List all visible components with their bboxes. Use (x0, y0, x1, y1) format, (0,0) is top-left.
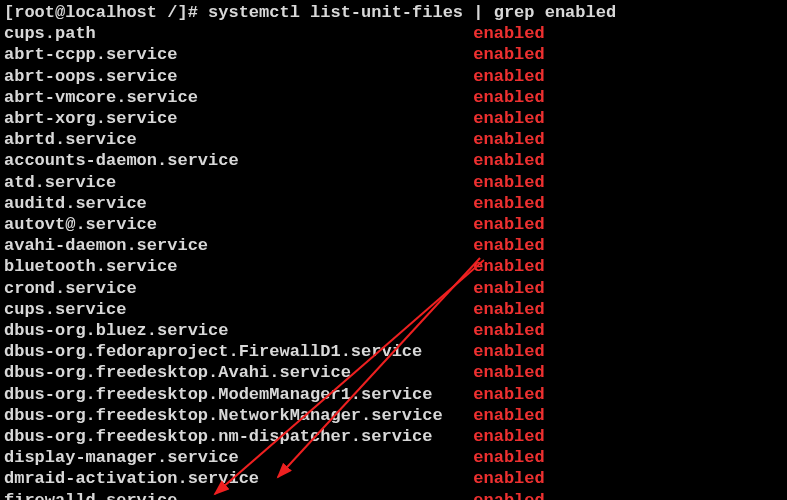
unit-name: abrt-vmcore.service (4, 87, 473, 108)
unit-row: bluetooth.service enabled (4, 256, 783, 277)
unit-name: dbus-org.freedesktop.Avahi.service (4, 362, 473, 383)
unit-name: accounts-daemon.service (4, 150, 473, 171)
unit-name: cups.path (4, 23, 473, 44)
unit-row: crond.service enabled (4, 278, 783, 299)
unit-state: enabled (473, 44, 544, 65)
unit-state: enabled (473, 66, 544, 87)
unit-row: dbus-org.freedesktop.nm-dispatcher.servi… (4, 426, 783, 447)
unit-row: cups.path enabled (4, 23, 783, 44)
unit-row: dbus-org.freedesktop.NetworkManager.serv… (4, 405, 783, 426)
unit-state: enabled (473, 405, 544, 426)
unit-row: dmraid-activation.service enabled (4, 468, 783, 489)
unit-state: enabled (473, 299, 544, 320)
shell-prompt: [root@localhost /]# systemctl list-unit-… (4, 2, 783, 23)
unit-name: dbus-org.freedesktop.NetworkManager.serv… (4, 405, 473, 426)
unit-name: dbus-org.freedesktop.ModemManager1.servi… (4, 384, 473, 405)
unit-state: enabled (473, 320, 544, 341)
unit-state: enabled (473, 490, 544, 500)
unit-name: dbus-org.freedesktop.nm-dispatcher.servi… (4, 426, 473, 447)
unit-state: enabled (473, 256, 544, 277)
unit-name: autovt@.service (4, 214, 473, 235)
unit-state: enabled (473, 426, 544, 447)
unit-row: autovt@.service enabled (4, 214, 783, 235)
unit-state: enabled (473, 150, 544, 171)
unit-state: enabled (473, 129, 544, 150)
unit-row: abrt-xorg.service enabled (4, 108, 783, 129)
unit-row: abrtd.service enabled (4, 129, 783, 150)
unit-name: bluetooth.service (4, 256, 473, 277)
unit-state: enabled (473, 214, 544, 235)
unit-name: dmraid-activation.service (4, 468, 473, 489)
unit-name: dbus-org.bluez.service (4, 320, 473, 341)
unit-name: abrt-xorg.service (4, 108, 473, 129)
unit-state: enabled (473, 87, 544, 108)
unit-row: cups.service enabled (4, 299, 783, 320)
unit-row: dbus-org.freedesktop.Avahi.service enabl… (4, 362, 783, 383)
unit-name: cups.service (4, 299, 473, 320)
unit-row: avahi-daemon.service enabled (4, 235, 783, 256)
unit-list: cups.path enabledabrt-ccpp.service enabl… (4, 23, 783, 500)
unit-state: enabled (473, 362, 544, 383)
unit-state: enabled (473, 468, 544, 489)
unit-row: dbus-org.fedoraproject.FirewallD1.servic… (4, 341, 783, 362)
unit-state: enabled (473, 193, 544, 214)
unit-name: abrt-oops.service (4, 66, 473, 87)
unit-name: firewalld.service (4, 490, 473, 500)
unit-row: abrt-vmcore.service enabled (4, 87, 783, 108)
unit-state: enabled (473, 172, 544, 193)
unit-row: dbus-org.bluez.service enabled (4, 320, 783, 341)
unit-row: dbus-org.freedesktop.ModemManager1.servi… (4, 384, 783, 405)
unit-state: enabled (473, 235, 544, 256)
unit-row: abrt-ccpp.service enabled (4, 44, 783, 65)
unit-state: enabled (473, 384, 544, 405)
unit-row: atd.service enabled (4, 172, 783, 193)
unit-name: atd.service (4, 172, 473, 193)
unit-state: enabled (473, 447, 544, 468)
unit-row: auditd.service enabled (4, 193, 783, 214)
unit-row: accounts-daemon.service enabled (4, 150, 783, 171)
unit-name: abrtd.service (4, 129, 473, 150)
unit-name: avahi-daemon.service (4, 235, 473, 256)
unit-state: enabled (473, 278, 544, 299)
unit-state: enabled (473, 23, 544, 44)
unit-name: crond.service (4, 278, 473, 299)
unit-name: dbus-org.fedoraproject.FirewallD1.servic… (4, 341, 473, 362)
unit-name: auditd.service (4, 193, 473, 214)
unit-row: display-manager.service enabled (4, 447, 783, 468)
unit-state: enabled (473, 108, 544, 129)
unit-name: abrt-ccpp.service (4, 44, 473, 65)
unit-row: abrt-oops.service enabled (4, 66, 783, 87)
unit-state: enabled (473, 341, 544, 362)
unit-name: display-manager.service (4, 447, 473, 468)
unit-row: firewalld.service enabled (4, 490, 783, 500)
